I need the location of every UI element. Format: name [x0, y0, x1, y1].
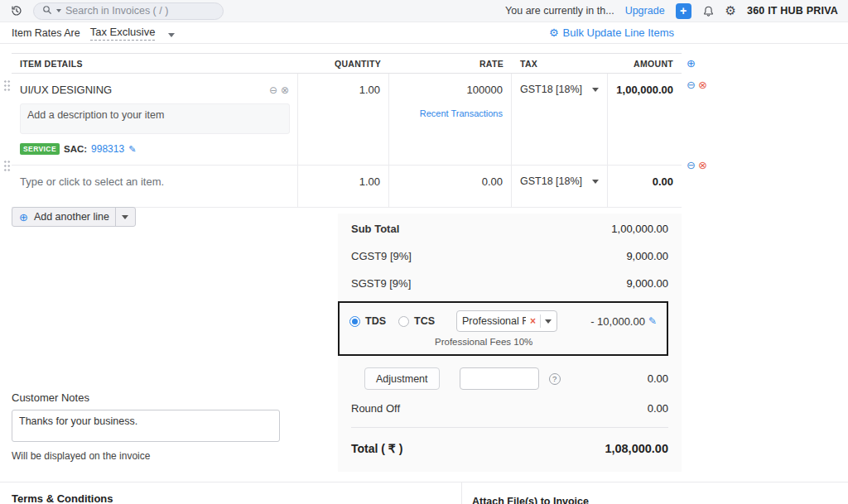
item-details-cell[interactable]: Type or click to select an item. [12, 166, 298, 208]
tds-select-caret-icon[interactable] [545, 319, 552, 324]
item-rates-toolbar: Item Rates Are Tax Exclusive ⚙ Bulk Upda… [0, 22, 848, 44]
total-value: 1,08,000.00 [605, 442, 668, 455]
quantity-value[interactable]: 1.00 [359, 84, 380, 96]
search-box[interactable] [33, 2, 224, 20]
footer-divider [0, 482, 848, 482]
header-quantity: QUANTITY [298, 59, 389, 69]
tax-mode-caret-icon[interactable] [168, 33, 175, 37]
table-header-row: ITEM DETAILS QUANTITY RATE TAX AMOUNT [12, 53, 682, 74]
sgst-value: 9,000.00 [626, 277, 668, 290]
settings-gear-icon[interactable]: ⚙ [725, 3, 736, 18]
tax-cell[interactable]: GST18 [18%] [512, 166, 608, 208]
search-input[interactable] [65, 5, 214, 17]
add-line-plus-icon: ⊕ [19, 211, 28, 223]
adjustment-input[interactable] [460, 367, 539, 390]
org-name[interactable]: 360 IT HUB PRIVA [747, 5, 838, 17]
tax-caret-icon[interactable] [592, 180, 599, 184]
row-delete-icon[interactable]: ⊗ [698, 79, 707, 91]
item-description-input[interactable]: Add a description to your item [20, 103, 290, 134]
rate-cell[interactable]: 100000 Recent Transactions [389, 74, 512, 166]
subtotal-label: Sub Total [351, 223, 399, 235]
quantity-cell[interactable]: 1.00 [298, 74, 389, 166]
rate-value[interactable]: 100000 [398, 84, 503, 96]
sgst-label: SGST9 [9%] [351, 277, 411, 290]
item-clear-close-icon[interactable]: ⊗ [281, 84, 289, 96]
invoice-edit-page: You are currently in th... Upgrade + ⚙ 3… [0, 0, 848, 504]
sac-edit-pencil-icon[interactable]: ✎ [128, 144, 136, 155]
line-items-table: ITEM DETAILS QUANTITY RATE TAX AMOUNT UI… [12, 53, 682, 208]
item-select-placeholder[interactable]: Type or click to select an item. [20, 175, 164, 188]
recent-transactions-link[interactable]: Recent Transactions [398, 108, 503, 118]
item-details-cell: UI/UX DESIGNING ⊖ ⊗ Add a description to… [12, 74, 298, 166]
adjustment-value: 0.00 [648, 372, 668, 385]
attach-files-label[interactable]: Attach File(s) to Invoice [472, 496, 589, 504]
tds-radio-label[interactable]: TDS [365, 315, 386, 327]
rate-cell[interactable]: 0.00 [389, 166, 512, 208]
tax-value[interactable]: GST18 [18%] [520, 175, 582, 187]
customer-notes-input[interactable]: Thanks for your business. [12, 410, 280, 442]
amount-value: 1,00,000.00 [616, 84, 673, 96]
customer-notes-helper: Will be displayed on the invoice [12, 450, 280, 462]
tds-detail-text: Professional Fees 10% [435, 337, 657, 347]
item-clear-minus-icon[interactable]: ⊖ [269, 84, 277, 96]
total-row: Total ( ₹ ) 1,08,000.00 [351, 430, 668, 460]
cgst-row: CGST9 [9%] 9,000.00 [351, 242, 668, 270]
upgrade-link[interactable]: Upgrade [625, 5, 665, 17]
row-collapse-icon[interactable]: ⊖ [687, 79, 696, 91]
tds-clear-icon[interactable]: × [530, 315, 536, 327]
bell-icon[interactable] [702, 5, 715, 17]
drag-handle-icon[interactable] [3, 160, 11, 172]
history-icon[interactable] [10, 4, 23, 17]
bulk-update-link[interactable]: ⚙ Bulk Update Line Items [549, 26, 674, 39]
rate-value[interactable]: 0.00 [482, 175, 503, 188]
roundoff-label: Round Off [351, 402, 400, 415]
add-line-label: Add another line [34, 211, 109, 223]
tcs-radio-label[interactable]: TCS [414, 315, 435, 327]
tds-edit-pencil-icon[interactable]: ✎ [648, 315, 657, 327]
add-another-line-button[interactable]: ⊕ Add another line [12, 207, 136, 227]
tax-mode-select[interactable]: Tax Exclusive [90, 26, 156, 41]
adjustment-label-button[interactable]: Adjustment [364, 367, 440, 390]
tcs-radio[interactable] [398, 316, 409, 327]
summary-divider [351, 427, 668, 428]
tds-amount: - 10,000.00 [590, 315, 645, 328]
tds-select-value: Professional F... [462, 315, 526, 327]
search-scope-caret-icon[interactable] [56, 9, 61, 12]
header-rate: RATE [389, 59, 512, 69]
trial-text: You are currently in th... [505, 5, 614, 17]
sac-value-link[interactable]: 998313 [91, 143, 124, 155]
tax-cell[interactable]: GST18 [18%] [512, 74, 608, 166]
roundoff-row: Round Off 0.00 [351, 395, 668, 422]
subtotal-row: Sub Total 1,00,000.00 [351, 215, 668, 242]
topbar-right: You are currently in th... Upgrade + ⚙ 3… [505, 3, 838, 19]
amount-cell: 1,00,000.00 [608, 74, 682, 166]
drag-handle-icon[interactable] [3, 79, 11, 92]
tds-tcs-section: TDS TCS Professional F... × - 10,000.00 … [338, 301, 668, 356]
adjustment-row: Adjustment ? 0.00 [351, 362, 668, 395]
header-amount: AMOUNT [608, 59, 682, 69]
add-line-caret-icon[interactable] [122, 215, 128, 219]
quantity-value[interactable]: 1.00 [359, 175, 380, 188]
cgst-value: 9,000.00 [626, 250, 668, 262]
row-delete-icon[interactable]: ⊗ [698, 159, 707, 171]
button-divider [115, 208, 116, 226]
tax-caret-icon[interactable] [592, 88, 599, 92]
sac-label: SAC: [64, 144, 87, 154]
header-tax: TAX [512, 59, 608, 69]
topbar: You are currently in th... Upgrade + ⚙ 3… [0, 0, 848, 22]
tds-radio[interactable] [349, 316, 360, 327]
terms-conditions-label: Terms & Conditions [12, 492, 113, 504]
row-collapse-icon[interactable]: ⊖ [687, 159, 696, 171]
roundoff-value: 0.00 [648, 402, 668, 415]
add-column-plus-icon[interactable]: ⊕ [687, 57, 696, 70]
footer-vertical-divider [461, 482, 462, 504]
quantity-cell[interactable]: 1.00 [298, 166, 389, 208]
adjustment-help-icon[interactable]: ? [549, 373, 561, 385]
tax-value[interactable]: GST18 [18%] [520, 84, 582, 95]
tds-tax-select[interactable]: Professional F... × [456, 310, 557, 332]
amount-value: 0.00 [653, 175, 673, 188]
quick-create-button[interactable]: + [676, 3, 691, 19]
service-badge: SERVICE [20, 143, 60, 155]
item-name[interactable]: UI/UX DESIGNING [20, 84, 112, 96]
bulk-update-gear-icon: ⚙ [549, 26, 559, 39]
